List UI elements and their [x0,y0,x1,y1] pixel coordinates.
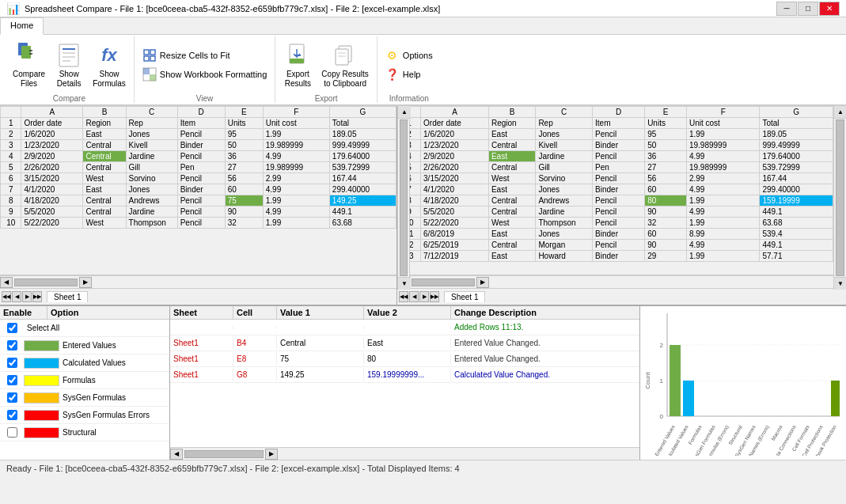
left-tab-bar: ◀◀ ◀ ▶ ▶▶ Sheet 1 [0,288,396,304]
checkbox-sysgen[interactable] [7,392,17,403]
tab-home[interactable]: Home [0,17,44,35]
left-table-wrapper[interactable]: A B C D E F G 1Order dateRegionRepItemUn… [0,106,396,275]
diff-header-val2: Value 2 [364,306,451,319]
left-hscroll[interactable]: ◀ ▶ [0,275,396,288]
checkbox-entered-values[interactable] [7,340,17,351]
checkbox-formulas[interactable] [7,375,17,385]
hscroll-right-arrow[interactable]: ▶ [79,277,92,288]
maximize-button[interactable]: □ [798,2,818,16]
svg-rect-32 [670,345,681,416]
r-hscroll-right[interactable]: ▶ [476,277,489,288]
diff-row-b4[interactable]: Sheet1 B4 Central East Entered Value Cha… [170,335,639,351]
table-row: 84/18/2020CentralAndrewsPencil751.99149.… [1,195,396,207]
option-label-calculated: Calculated Values [63,358,126,367]
svg-text:Macros: Macros [770,423,783,441]
vscroll-thumb-right[interactable] [836,119,844,276]
svg-rect-10 [150,50,155,55]
left-pane-vscroll[interactable]: ▲ ▼ [397,106,410,290]
r-col-header-b: B [488,107,535,118]
copy-results-icon [332,41,358,70]
r-hscroll-thumb[interactable] [412,279,475,286]
resize-cells-button[interactable]: Resize Cells to Fit [141,47,269,63]
right-sheet-tab[interactable]: Sheet 1 [444,291,485,302]
row-header: 5 [1,162,21,173]
option-label-sysgen: SysGen Formulas [63,393,126,402]
copy-results-button[interactable]: Copy Resultsto Clipboard [318,40,371,90]
col-header-a: A [21,107,83,118]
svg-rect-17 [290,59,304,63]
r-col-header-f: F [686,107,759,118]
show-formulas-button[interactable]: fx ShowFormulas [89,40,129,90]
checkbox-calculated[interactable] [7,358,17,368]
help-button[interactable]: ❓ Help [384,66,434,82]
r-nav-next[interactable]: ▶ [419,291,429,302]
show-details-label: ShowDetails [57,70,82,89]
left-sheet-tab[interactable]: Sheet 1 [47,291,88,302]
export-results-button[interactable]: ExportResults [280,40,315,90]
hscroll-thumb-l[interactable] [14,279,78,286]
r-col-header-e: E [645,107,687,118]
col-header-b: B [83,107,126,118]
diff-cell-cell-4: G8 [233,369,277,381]
diff-row-g8[interactable]: Sheet1 G8 149.25 159.19999999... Calcula… [170,367,639,383]
table-row: 21/6/2020EastJonesPencil951.99189.05 [398,129,833,140]
diff-hscroll-left[interactable]: ◀ [170,449,183,460]
color-swatch-structural [24,427,59,438]
close-button[interactable]: ✕ [819,2,840,16]
nav-prev[interactable]: ◀ [12,291,21,302]
vscroll-thumb-left[interactable] [400,119,408,276]
right-pane-vscroll[interactable]: ▲ ▼ [833,106,846,290]
vscroll-up-arrow-r[interactable]: ▲ [834,106,846,119]
nav-first[interactable]: ◀◀ [2,291,11,302]
diff-cell-cell-1 [233,326,277,329]
vscroll-up-arrow[interactable]: ▲ [398,106,411,119]
table-row: 31/23/2020CentralKivellBinder5019.989999… [398,140,833,151]
hscroll-left-arrow[interactable]: ◀ [0,277,13,288]
checkbox-selectall[interactable] [7,323,17,333]
r-nav-prev[interactable]: ◀ [409,291,419,302]
vscroll-down-arrow-r[interactable]: ▼ [834,277,846,290]
vscroll-down-arrow[interactable]: ▼ [398,277,411,290]
left-sheet-table: A B C D E F G 1Order dateRegionRepItemUn… [0,106,396,229]
checkbox-structural[interactable] [7,427,17,438]
diff-cell-cell-2: B4 [233,337,277,349]
diff-row-e8[interactable]: Sheet1 E8 75 80 Entered Value Changed. [170,351,639,367]
chart-panel: 0 1 2 Count [640,306,846,460]
row-header: 10 [1,218,21,229]
r-nav-first[interactable]: ◀◀ [399,291,408,302]
show-details-button[interactable]: ShowDetails [51,40,86,90]
nav-next[interactable]: ▶ [22,291,32,302]
color-swatch-entered [24,340,59,351]
right-hscroll[interactable]: ◀ ▶ [397,275,833,288]
options-row-selectall: Select All [0,320,169,337]
options-button[interactable]: ⚙ Options [384,47,434,63]
table-row: 137/12/2019EastHowardBinder291.9957.71 [398,251,833,262]
diff-row-added[interactable]: Added Rows 11:13. [170,320,639,335]
options-scroll-area[interactable]: Select All Entered Values Calculated Val… [0,320,169,460]
diff-hscroll-thumb[interactable] [184,450,264,458]
color-swatch-calculated [24,358,59,369]
col-header-c: C [126,107,177,118]
right-table-wrapper[interactable]: A B C D E F G 1Order dateRegionRepItemUn… [397,106,833,275]
diff-header-sheet: Sheet [170,306,233,319]
minimize-button[interactable]: ─ [776,2,797,16]
diff-cell-val1-3: 75 [277,353,364,365]
diff-header-val1: Value 1 [277,306,364,319]
svg-rect-11 [144,56,149,61]
diff-hscroll-right[interactable]: ▶ [265,449,278,460]
nav-last[interactable]: ▶▶ [32,291,42,302]
row-header: 1 [1,118,21,129]
options-panel-header: Enable Option [0,306,169,320]
diff-cell-sheet-3: Sheet1 [170,353,233,365]
export-results-label: ExportResults [285,70,311,89]
diff-cell-val2-2: East [364,337,451,349]
diff-hscroll[interactable]: ◀ ▶ [170,447,639,460]
table-row: 74/1/2020EastJonesBinder604.99299.40000 [1,184,396,195]
r-nav-last[interactable]: ▶▶ [430,291,439,302]
show-workbook-formatting-button[interactable]: Show Workbook Formatting [141,66,269,82]
color-swatch-sysgen-errors [24,410,59,421]
checkbox-sysgen-errors[interactable] [7,410,17,420]
col-header-g: G [329,107,396,118]
compare-files-label: CompareFiles [13,70,45,89]
compare-files-button[interactable]: CompareFiles [9,40,48,90]
